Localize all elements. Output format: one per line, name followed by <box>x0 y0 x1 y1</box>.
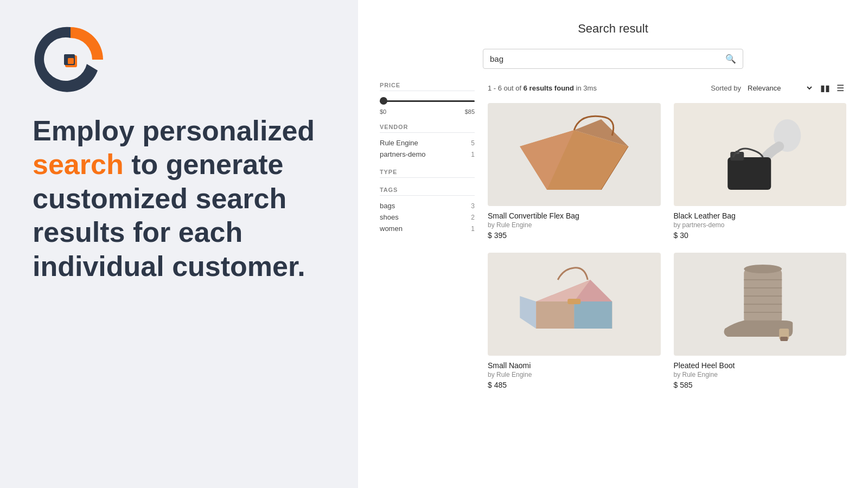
price-filter-label: PRICE <box>380 82 475 91</box>
svg-rect-2 <box>68 58 74 64</box>
vendor-count-1: 5 <box>471 139 475 147</box>
product-card-3[interactable]: Small Naomi by Rule Engine $ 485 <box>488 253 661 389</box>
product-price-3: $ 485 <box>488 381 661 389</box>
tag-bags[interactable]: bags 3 <box>380 200 475 211</box>
products-grid: Small Convertible Flex Bag by Rule Engin… <box>488 103 846 389</box>
headline-prefix: Employ personalized <box>33 115 315 146</box>
svg-rect-18 <box>567 299 580 304</box>
results-time: in 3ms <box>576 84 597 92</box>
price-labels: $0 $85 <box>380 108 475 115</box>
vendor-filter-label: VENDOR <box>380 124 475 133</box>
product-image-2 <box>674 103 847 206</box>
svg-marker-15 <box>536 301 574 329</box>
type-filter: TYPE <box>380 169 475 178</box>
page-title: Search result <box>380 22 846 36</box>
price-filter: PRICE $0 $85 <box>380 82 475 115</box>
vendor-rule-engine[interactable]: Rule Engine 5 <box>380 137 475 149</box>
grid-view-button[interactable]: ▮▮ <box>818 82 832 94</box>
product-card-1[interactable]: Small Convertible Flex Bag by Rule Engin… <box>488 103 661 240</box>
tags-filter-label: TAGS <box>380 187 475 196</box>
product-vendor-2: by partners-demo <box>674 221 847 229</box>
search-bar: bag 🔍 <box>483 49 743 69</box>
price-max: $85 <box>465 108 475 115</box>
tag-shoes[interactable]: shoes 2 <box>380 211 475 223</box>
product-name-3: Small Naomi <box>488 361 661 370</box>
product-price-1: $ 395 <box>488 231 661 240</box>
svg-marker-16 <box>574 301 612 329</box>
product-card-2[interactable]: Black Leather Bag by partners-demo $ 30 <box>674 103 847 240</box>
vendor-partners-demo[interactable]: partners-demo 1 <box>380 149 475 160</box>
product-name-2: Black Leather Bag <box>674 211 847 220</box>
product-image-1 <box>488 103 661 206</box>
search-icon: 🔍 <box>725 54 736 64</box>
tag-count-2: 2 <box>471 214 475 221</box>
svg-rect-8 <box>727 157 771 190</box>
sort-control: Sorted by Relevance Price: Low to High P… <box>711 82 846 94</box>
price-range: $0 $85 <box>380 95 475 115</box>
product-vendor-4: by Rule Engine <box>674 371 847 378</box>
filters-sidebar: PRICE $0 $85 VENDOR Rule <box>380 82 475 389</box>
content-area: PRICE $0 $85 VENDOR Rule <box>380 82 846 389</box>
view-toggle: ▮▮ ☰ <box>818 82 846 94</box>
price-slider[interactable] <box>380 95 475 106</box>
slider-thumb[interactable] <box>380 97 387 105</box>
tag-name-1: bags <box>380 202 395 210</box>
vendor-filter: VENDOR Rule Engine 5 partners-demo 1 <box>380 124 475 160</box>
results-area: 1 - 6 out of 6 results found in 3ms Sort… <box>488 82 846 389</box>
sort-select[interactable]: Relevance Price: Low to High Price: High… <box>745 84 814 93</box>
left-panel: Employ personalized search to generate c… <box>0 0 358 488</box>
tag-count-3: 1 <box>471 225 475 233</box>
results-count: 1 - 6 out of 6 results found in 3ms <box>488 84 597 92</box>
product-image-4 <box>674 253 847 356</box>
headline: Employ personalized search to generate c… <box>33 114 326 283</box>
results-count-prefix: 1 - 6 out of <box>488 84 521 92</box>
tag-name-2: shoes <box>380 213 399 221</box>
product-image-3 <box>488 253 661 356</box>
vendor-count-2: 1 <box>471 151 475 158</box>
product-price-4: $ 585 <box>674 381 847 389</box>
right-panel: Search result bag 🔍 PRICE $0 <box>358 0 868 488</box>
results-header: 1 - 6 out of 6 results found in 3ms Sort… <box>488 82 846 94</box>
search-bar-wrapper: bag 🔍 <box>380 49 846 69</box>
product-name-4: Pleated Heel Boot <box>674 361 847 370</box>
svg-rect-21 <box>780 337 788 341</box>
slider-track <box>380 100 475 102</box>
vendor-name-1: Rule Engine <box>380 139 418 147</box>
sort-label: Sorted by <box>711 84 741 92</box>
list-view-button[interactable]: ☰ <box>834 82 846 94</box>
svg-point-27 <box>744 265 782 273</box>
product-vendor-1: by Rule Engine <box>488 221 661 229</box>
results-count-bold: 6 results found <box>524 84 574 92</box>
tag-women[interactable]: women 1 <box>380 223 475 234</box>
price-min: $0 <box>380 108 386 115</box>
tag-name-3: women <box>380 224 403 233</box>
svg-marker-14 <box>520 296 536 329</box>
product-card-4[interactable]: Pleated Heel Boot by Rule Engine $ 585 <box>674 253 847 389</box>
vendor-name-2: partners-demo <box>380 150 426 158</box>
product-price-2: $ 30 <box>674 231 847 240</box>
type-filter-label: TYPE <box>380 169 475 178</box>
search-input[interactable]: bag <box>490 54 725 63</box>
tags-filter: TAGS bags 3 shoes 2 women 1 <box>380 187 475 234</box>
headline-highlight: search <box>33 149 124 180</box>
tag-count-1: 3 <box>471 202 475 210</box>
product-name-1: Small Convertible Flex Bag <box>488 211 661 220</box>
product-vendor-3: by Rule Engine <box>488 371 661 378</box>
logo <box>33 22 108 98</box>
